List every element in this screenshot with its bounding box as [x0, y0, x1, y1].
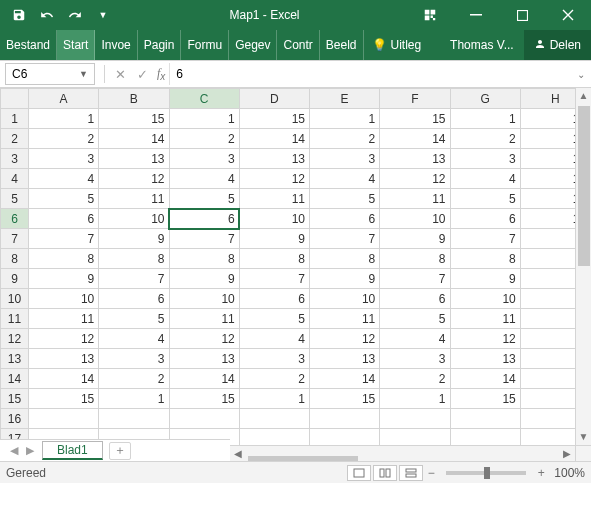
view-layout-button[interactable]: [373, 465, 397, 481]
row-header[interactable]: 6: [1, 209, 29, 229]
chevron-down-icon[interactable]: ▼: [79, 69, 88, 79]
cell[interactable]: 13: [169, 349, 239, 369]
cell[interactable]: 3: [169, 149, 239, 169]
cell[interactable]: 6: [239, 289, 309, 309]
tab-bestand[interactable]: Bestand: [0, 30, 57, 60]
cell[interactable]: [239, 409, 309, 429]
cell[interactable]: 2: [380, 369, 450, 389]
tell-me[interactable]: 💡 Uitleg: [364, 30, 430, 60]
row-header[interactable]: 10: [1, 289, 29, 309]
cell[interactable]: 1: [169, 109, 239, 129]
cell[interactable]: 10: [29, 289, 99, 309]
vscroll-thumb[interactable]: [578, 106, 590, 266]
cell[interactable]: 11: [29, 309, 99, 329]
cell[interactable]: 8: [169, 249, 239, 269]
view-pagebreak-button[interactable]: [399, 465, 423, 481]
cell[interactable]: 12: [169, 329, 239, 349]
cell[interactable]: 7: [450, 229, 520, 249]
cell[interactable]: 2: [310, 129, 380, 149]
cell[interactable]: 5: [29, 189, 99, 209]
cell[interactable]: 12: [239, 169, 309, 189]
minimize-button[interactable]: [453, 0, 499, 30]
tab-start[interactable]: Start: [57, 30, 95, 60]
zoom-slider[interactable]: [446, 471, 526, 475]
cell[interactable]: 6: [99, 289, 169, 309]
tab-beeld[interactable]: Beeld: [320, 30, 364, 60]
cell[interactable]: 9: [450, 269, 520, 289]
row-header[interactable]: 16: [1, 409, 29, 429]
cell[interactable]: 4: [450, 169, 520, 189]
name-box[interactable]: C6 ▼: [5, 63, 95, 85]
cell[interactable]: 14: [29, 369, 99, 389]
cell[interactable]: 2: [29, 129, 99, 149]
cell[interactable]: 9: [169, 269, 239, 289]
tab-gegevens[interactable]: Gegev: [229, 30, 277, 60]
cell[interactable]: 10: [450, 289, 520, 309]
hscroll-thumb[interactable]: [248, 456, 358, 462]
add-sheet-button[interactable]: ＋: [109, 442, 131, 460]
cell[interactable]: 11: [450, 309, 520, 329]
scroll-left-icon[interactable]: ◀: [230, 448, 246, 459]
cell[interactable]: 2: [239, 369, 309, 389]
cell[interactable]: 4: [99, 329, 169, 349]
maximize-button[interactable]: [499, 0, 545, 30]
cell[interactable]: 7: [310, 229, 380, 249]
cell[interactable]: 3: [99, 349, 169, 369]
fx-icon[interactable]: fx: [153, 66, 169, 82]
cell[interactable]: 5: [310, 189, 380, 209]
row-header[interactable]: 14: [1, 369, 29, 389]
qat-customize-icon[interactable]: ▼: [92, 4, 114, 26]
cell[interactable]: 4: [239, 329, 309, 349]
cell[interactable]: 13: [239, 149, 309, 169]
zoom-knob[interactable]: [484, 467, 490, 479]
row-header[interactable]: 7: [1, 229, 29, 249]
cell[interactable]: 9: [380, 229, 450, 249]
zoom-in-button[interactable]: +: [534, 466, 548, 480]
cell[interactable]: 12: [380, 169, 450, 189]
cell[interactable]: 5: [239, 309, 309, 329]
undo-icon[interactable]: [36, 4, 58, 26]
cell[interactable]: 12: [310, 329, 380, 349]
close-button[interactable]: [545, 0, 591, 30]
horizontal-scrollbar[interactable]: ◀ ▶: [230, 445, 575, 461]
cell[interactable]: [99, 409, 169, 429]
cell[interactable]: 15: [29, 389, 99, 409]
cell[interactable]: 7: [99, 269, 169, 289]
cell[interactable]: 9: [310, 269, 380, 289]
row-header[interactable]: 2: [1, 129, 29, 149]
cell[interactable]: 5: [450, 189, 520, 209]
cell[interactable]: 7: [169, 229, 239, 249]
row-header[interactable]: 5: [1, 189, 29, 209]
select-all-corner[interactable]: [1, 89, 29, 109]
cell[interactable]: 1: [450, 109, 520, 129]
cell[interactable]: 13: [450, 349, 520, 369]
cell[interactable]: 6: [380, 289, 450, 309]
cell[interactable]: 14: [380, 129, 450, 149]
view-normal-button[interactable]: [347, 465, 371, 481]
col-header[interactable]: C: [169, 89, 239, 109]
cancel-formula-button[interactable]: ✕: [109, 67, 131, 82]
cell[interactable]: [450, 409, 520, 429]
cell[interactable]: 5: [169, 189, 239, 209]
scroll-down-icon[interactable]: ▼: [579, 429, 589, 445]
cell[interactable]: 1: [29, 109, 99, 129]
cell[interactable]: 1: [239, 389, 309, 409]
cell[interactable]: 1: [310, 109, 380, 129]
cell[interactable]: 1: [99, 389, 169, 409]
scroll-up-icon[interactable]: ▲: [579, 88, 589, 104]
col-header[interactable]: E: [310, 89, 380, 109]
col-header[interactable]: G: [450, 89, 520, 109]
cell[interactable]: 10: [99, 209, 169, 229]
redo-icon[interactable]: [64, 4, 86, 26]
cell[interactable]: 3: [450, 149, 520, 169]
cell[interactable]: 4: [380, 329, 450, 349]
cell[interactable]: 12: [29, 329, 99, 349]
sheet-nav-prev-icon[interactable]: ◀: [6, 444, 22, 457]
cell[interactable]: 1: [380, 389, 450, 409]
cell[interactable]: 10: [169, 289, 239, 309]
cell[interactable]: 2: [99, 369, 169, 389]
row-header[interactable]: 3: [1, 149, 29, 169]
cell[interactable]: 8: [239, 249, 309, 269]
cell[interactable]: 14: [310, 369, 380, 389]
expand-formula-icon[interactable]: ⌄: [571, 69, 591, 80]
